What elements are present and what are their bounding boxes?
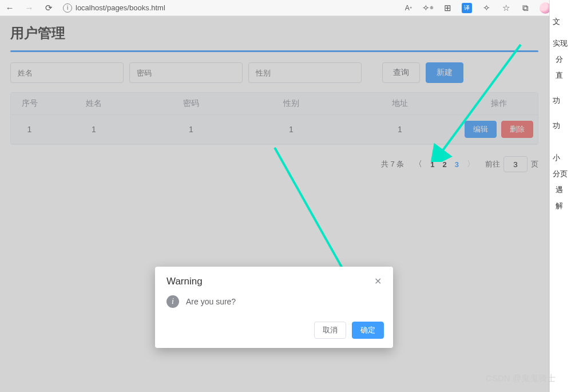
url-text: localhost/pages/books.html bbox=[76, 3, 165, 12]
read-aloud-icon[interactable]: ✧⊕ bbox=[423, 3, 433, 13]
outline-item[interactable]: 遇 bbox=[550, 182, 575, 198]
dialog-header: Warning ✕ bbox=[155, 267, 393, 292]
outline-item[interactable]: 功 bbox=[550, 118, 575, 134]
outline-item[interactable]: 分页 bbox=[550, 166, 575, 182]
site-info-icon[interactable]: i bbox=[63, 3, 72, 13]
dialog-title: Warning bbox=[166, 276, 203, 287]
history-icon[interactable]: ⧉ bbox=[520, 3, 530, 13]
browser-bar: ← → ⟳ i localhost/pages/books.html A+ ✧⊕… bbox=[0, 0, 575, 16]
translator-icon[interactable]: 译 bbox=[462, 3, 472, 13]
dialog-message: Are you sure? bbox=[186, 297, 236, 306]
address-bar[interactable]: i localhost/pages/books.html bbox=[63, 3, 165, 13]
outline-item[interactable]: 实现 bbox=[550, 35, 575, 52]
close-icon[interactable]: ✕ bbox=[374, 277, 382, 286]
refresh-icon[interactable]: ⟳ bbox=[43, 3, 54, 13]
extension-icon[interactable]: ✧ bbox=[481, 3, 491, 13]
favorites-icon[interactable]: ☆ bbox=[501, 3, 511, 13]
cancel-button[interactable]: 取消 bbox=[314, 322, 346, 339]
outline-item[interactable]: 功 bbox=[550, 93, 575, 109]
page-viewport: 用户管理 查询 新建 序号 姓名 密码 性别 地址 操作 1 1 1 1 bbox=[0, 16, 549, 392]
dialog-footer: 取消 确定 bbox=[155, 317, 393, 348]
outline-item[interactable]: 解 bbox=[550, 198, 575, 214]
side-outline: 文 实现 分 直 功 功 小 分页 遇 解 bbox=[549, 0, 575, 392]
back-icon[interactable]: ← bbox=[5, 3, 15, 13]
collections-icon[interactable]: ⊞ bbox=[442, 3, 453, 13]
outline-item[interactable]: 分 bbox=[550, 52, 575, 68]
outline-item[interactable]: 小 bbox=[550, 150, 575, 166]
outline-item[interactable]: 直 bbox=[550, 68, 575, 84]
watermark: CSDN @鬼鬼骑士 bbox=[486, 373, 556, 384]
confirm-dialog: Warning ✕ i Are you sure? 取消 确定 bbox=[155, 267, 393, 348]
outline-item[interactable]: 文 bbox=[550, 14, 575, 30]
forward-icon[interactable]: → bbox=[24, 3, 34, 13]
info-icon: i bbox=[166, 295, 179, 308]
confirm-button[interactable]: 确定 bbox=[352, 322, 384, 339]
dialog-body: i Are you sure? bbox=[155, 292, 393, 317]
font-size-icon[interactable]: A+ bbox=[403, 3, 414, 13]
